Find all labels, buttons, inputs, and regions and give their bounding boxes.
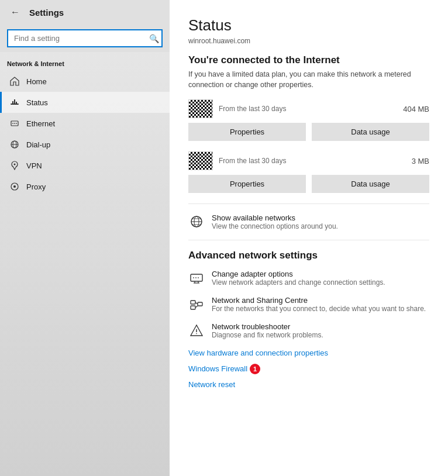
network-info-left-2: From the last 30 days <box>188 151 286 170</box>
troubleshooter-title: Network troubleshooter <box>212 322 429 331</box>
status-label: Status <box>26 98 48 107</box>
troubleshooter-row[interactable]: Network troubleshooter Diagnose and fix … <box>188 322 429 339</box>
data-usage-button-1[interactable]: Data usage <box>312 123 429 141</box>
properties-button-2[interactable]: Properties <box>188 175 306 193</box>
adapter-options-text: Change adapter options View network adap… <box>212 270 429 287</box>
network-label-2: From the last 30 days <box>219 157 286 165</box>
data-usage-button-2[interactable]: Data usage <box>312 175 429 193</box>
network-info-row-2: From the last 30 days 3 MB <box>188 151 429 170</box>
sharing-desc: For the networks that you connect to, de… <box>212 305 429 313</box>
show-networks-row[interactable]: Show available networks View the connect… <box>188 213 429 230</box>
firewall-link[interactable]: Windows Firewall <box>188 364 247 373</box>
sidebar-header: ← Settings <box>0 0 170 25</box>
svg-rect-3 <box>16 102 17 104</box>
firewall-badge: 1 <box>250 364 260 374</box>
search-icon-button[interactable]: 🔍 <box>149 34 159 43</box>
svg-point-11 <box>14 164 16 165</box>
dialup-label: Dial-up <box>26 140 50 149</box>
network-icon-1 <box>188 99 213 118</box>
adapter-options-row[interactable]: Change adapter options View network adap… <box>188 270 429 287</box>
sharing-icon <box>188 296 205 312</box>
divider <box>188 203 429 204</box>
divider-2 <box>188 240 429 240</box>
sharing-centre-row[interactable]: Network and Sharing Centre For the netwo… <box>188 296 429 313</box>
connected-heading: You're connected to the Internet <box>188 54 429 66</box>
network-reset-link[interactable]: Network reset <box>188 380 429 389</box>
vpn-icon <box>9 161 20 170</box>
network-icon-2 <box>188 151 213 170</box>
network-btn-row-2: Properties Data usage <box>188 175 429 193</box>
search-input[interactable] <box>7 29 163 47</box>
sharing-text: Network and Sharing Centre For the netwo… <box>212 296 429 313</box>
svg-rect-0 <box>11 104 19 105</box>
home-label: Home <box>26 77 47 86</box>
back-button[interactable]: ← <box>7 6 23 19</box>
svg-rect-1 <box>12 101 13 104</box>
adapter-icon <box>188 270 205 286</box>
troubleshooter-text: Network troubleshooter Diagnose and fix … <box>212 322 429 339</box>
network-info-row-1: From the last 30 days 404 MB <box>188 99 429 118</box>
sidebar-item-status[interactable]: Status <box>0 92 170 113</box>
sidebar-item-ethernet[interactable]: Ethernet <box>0 113 170 134</box>
network-info-left-1: From the last 30 days <box>188 99 286 118</box>
home-icon <box>9 77 20 86</box>
sidebar-item-vpn[interactable]: VPN <box>0 155 170 176</box>
show-networks-desc: View the connection options around you. <box>212 222 429 230</box>
show-networks-text: Show available networks View the connect… <box>212 213 429 230</box>
proxy-icon <box>9 182 20 191</box>
svg-rect-2 <box>14 99 15 104</box>
ethernet-icon <box>9 119 20 128</box>
section-label: Network & Internet <box>0 52 170 71</box>
proxy-label: Proxy <box>26 182 46 191</box>
subtitle: winroot.huawei.com <box>188 37 429 45</box>
search-wrapper: 🔍 <box>7 29 163 47</box>
svg-rect-27 <box>191 306 195 309</box>
network-usage-2: 3 MB <box>412 157 429 165</box>
sharing-title: Network and Sharing Centre <box>212 296 429 305</box>
troubleshooter-desc: Diagnose and fix network problems. <box>212 331 429 339</box>
network-days-2: From the last 30 days <box>219 157 286 165</box>
sidebar-item-home[interactable]: Home <box>0 71 170 92</box>
connected-desc: If you have a limited data plan, you can… <box>188 70 429 90</box>
properties-button-1[interactable]: Properties <box>188 123 306 141</box>
svg-rect-28 <box>198 302 202 306</box>
svg-rect-19 <box>191 274 202 281</box>
app-title: Settings <box>29 8 64 18</box>
sidebar-item-proxy[interactable]: Proxy <box>0 176 170 197</box>
globe-icon <box>188 213 205 230</box>
sidebar: ← Settings 🔍 Network & Internet Home Sta… <box>0 0 170 476</box>
warning-icon <box>188 322 205 339</box>
status-icon <box>9 98 20 107</box>
svg-rect-26 <box>191 301 195 304</box>
search-container: 🔍 <box>0 25 170 52</box>
svg-point-13 <box>13 185 16 188</box>
adapter-desc: View network adapters and change connect… <box>212 278 429 287</box>
network-btn-row-1: Properties Data usage <box>188 123 429 141</box>
adapter-title: Change adapter options <box>212 270 429 278</box>
show-networks-title: Show available networks <box>212 213 429 222</box>
network-days-1: From the last 30 days <box>219 105 286 113</box>
main-panel: Status winroot.huawei.com You're connect… <box>170 0 448 476</box>
sidebar-item-dialup[interactable]: Dial-up <box>0 134 170 155</box>
ethernet-label: Ethernet <box>26 119 55 128</box>
network-card-1: From the last 30 days 404 MB Properties … <box>188 99 429 141</box>
hardware-link[interactable]: View hardware and connection properties <box>188 349 429 357</box>
page-title: Status <box>188 16 429 35</box>
advanced-heading: Advanced network settings <box>188 250 429 261</box>
network-usage-1: 404 MB <box>403 105 429 113</box>
network-label-1: From the last 30 days <box>219 105 286 113</box>
network-card-2: From the last 30 days 3 MB Properties Da… <box>188 151 429 193</box>
dialup-icon <box>9 140 20 149</box>
vpn-label: VPN <box>26 161 42 170</box>
firewall-link-row: Windows Firewall1 <box>188 363 429 374</box>
svg-point-32 <box>196 333 197 334</box>
